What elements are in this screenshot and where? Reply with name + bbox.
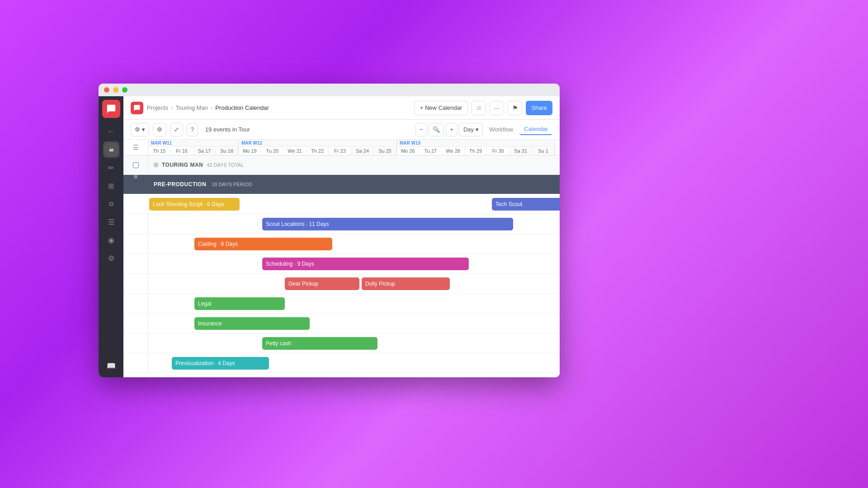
tab-workflow[interactable]: Workflow xyxy=(485,124,518,135)
filter-toolbar-btn[interactable]: ⚙ ▾ xyxy=(131,123,149,136)
calendar-header: ☰ MAR W11 Th 15 Fr 16 Sa 17 Su 18 xyxy=(123,140,560,155)
titlebar xyxy=(99,84,560,96)
day-tu20: Tu 20 xyxy=(261,147,284,155)
bar-legal[interactable]: Legal xyxy=(194,297,285,310)
breadcrumb-sep2: › xyxy=(211,104,212,111)
gantt-row-9: Previsualization · 4 Days xyxy=(123,353,560,373)
day-extra: M xyxy=(555,147,560,155)
expand-toolbar-btn[interactable]: ⤢ xyxy=(170,123,183,136)
help-toolbar-btn[interactable]: ? xyxy=(187,123,198,136)
new-calendar-button[interactable]: + New Calendar xyxy=(414,101,468,115)
day-tu27: Tu 27 xyxy=(420,147,442,155)
sliders-icon[interactable]: ⚙ xyxy=(103,250,119,266)
star-button[interactable]: ☆ xyxy=(472,101,486,115)
day-sa24: Sa 24 xyxy=(351,147,374,155)
bar-casting[interactable]: Casting · 6 Days xyxy=(194,238,332,250)
week-w13: MAR W13 Mo 26 Tu 27 We 28 Th 29 Fr 30 Sa… xyxy=(397,140,555,155)
gantt-label-9 xyxy=(123,353,148,373)
edit-icon[interactable]: ✏ xyxy=(103,160,119,176)
book-icon[interactable]: 📖 xyxy=(103,357,119,374)
stack-icon[interactable]: ⧉ xyxy=(103,196,119,212)
bar-petty-cash[interactable]: Petty cash xyxy=(262,337,377,350)
pre-production-header-row: PRE-PRODUCTION 18 DAYS PERIOD xyxy=(123,175,560,194)
breadcrumb-current: Production Calendar xyxy=(215,104,269,111)
day-sa31: Sa 31 xyxy=(509,147,532,155)
gantt-content-5: Gear Pickup Dolly Pickup xyxy=(148,274,560,293)
touring-man-group-row: TOURING MAN 42 DAYS TOTAL xyxy=(123,155,560,175)
touring-man-label: TOURING MAN xyxy=(162,162,203,168)
back-icon[interactable]: ← xyxy=(103,123,119,140)
gantt-content-9: Previsualization · 4 Days xyxy=(148,353,560,373)
gantt-row-6: Legal xyxy=(123,294,560,314)
bar-scout-locations[interactable]: Scout Locations · 11 Days xyxy=(262,218,513,230)
header-logo xyxy=(131,102,143,114)
day-sa17: Sa 17 xyxy=(193,147,216,155)
list-icon[interactable]: ☰ xyxy=(103,214,119,230)
bar-dolly-pickup[interactable]: Dolly Pickup xyxy=(362,277,450,290)
gantt-row-3: Casting · 6 Days xyxy=(123,234,560,254)
app-window: ← 🏔 ✏ ⊞ ⧉ ☰ ◉ ⚙ 📖 Projects › Touring xyxy=(99,84,560,377)
day-su1: Su 1 xyxy=(532,147,555,155)
filter-button[interactable]: ⚑ xyxy=(508,101,522,115)
gantt-row-8: Petty cash xyxy=(123,333,560,353)
tab-calendar[interactable]: Calendar xyxy=(519,124,552,135)
touring-man-content: TOURING MAN 42 DAYS TOTAL xyxy=(148,155,560,174)
maximize-button[interactable] xyxy=(122,87,127,93)
sidebar: ← 🏔 ✏ ⊞ ⧉ ☰ ◉ ⚙ 📖 xyxy=(99,96,123,377)
bar-scheduling[interactable]: Scheduling · 9 Days xyxy=(262,258,469,270)
pre-prod-badge: 18 DAYS PERIOD xyxy=(212,182,252,187)
header-spacer: ☰ xyxy=(123,140,148,155)
day-dropdown[interactable]: Day ▾ xyxy=(459,123,483,136)
day-mo19: Mo 19 xyxy=(239,147,261,155)
gantt-row-5: Gear Pickup Dolly Pickup xyxy=(123,274,560,294)
close-button[interactable] xyxy=(104,87,109,93)
group-label-cell xyxy=(123,155,148,174)
settings-toolbar-btn[interactable]: ⚙ xyxy=(153,123,166,136)
gantt-row-7: Insurance xyxy=(123,314,560,333)
events-count: 19 events in Tour xyxy=(205,126,250,133)
pre-prod-content: PRE-PRODUCTION 18 DAYS PERIOD xyxy=(148,175,560,194)
zoom-in-btn[interactable]: + xyxy=(446,123,458,136)
bar-lock-shooting-script[interactable]: Lock Shooting Script · 6 Days xyxy=(149,198,240,211)
layout-icon[interactable]: ⊞ xyxy=(103,178,119,194)
breadcrumb-project[interactable]: Touring Man xyxy=(175,104,208,111)
bar-previsualization[interactable]: Previsualization · 4 Days xyxy=(172,357,269,370)
gantt-label-8 xyxy=(123,333,148,353)
day-we21: We 21 xyxy=(284,147,307,155)
gantt-row-1: Lock Shooting Script · 6 Days Tech Scout xyxy=(123,194,560,214)
gantt-label-5 xyxy=(123,274,148,293)
gantt-label-2 xyxy=(123,214,148,234)
bar-insurance[interactable]: Insurance xyxy=(194,317,310,330)
gantt-content-3: Casting · 6 Days xyxy=(148,234,560,253)
gantt-content-8: Petty cash xyxy=(148,333,560,353)
day-fr30: Fr 30 xyxy=(487,147,509,155)
day-su18: Su 18 xyxy=(216,147,238,155)
gantt-content-1: Lock Shooting Script · 6 Days Tech Scout xyxy=(148,194,560,214)
globe-icon[interactable]: ◉ xyxy=(103,232,119,248)
day-fr16: Fr 16 xyxy=(171,147,193,155)
gantt-label-1 xyxy=(123,194,148,214)
week-w11: MAR W11 Th 15 Fr 16 Sa 17 Su 18 xyxy=(148,140,239,155)
touring-man-color xyxy=(154,163,158,167)
zoom-btn[interactable]: 🔍 xyxy=(429,123,444,136)
share-button[interactable]: Share xyxy=(526,101,552,115)
calendar-container[interactable]: ☰ MAR W11 Th 15 Fr 16 Sa 17 Su 18 xyxy=(123,140,560,377)
minimize-button[interactable] xyxy=(113,87,118,93)
app-logo[interactable] xyxy=(102,100,120,118)
gantt-content-2: Scout Locations · 11 Days xyxy=(148,214,560,234)
gantt-row-4: Scheduling · 9 Days xyxy=(123,254,560,274)
bar-gear-pickup[interactable]: Gear Pickup xyxy=(285,277,359,290)
gantt-label-6 xyxy=(123,294,148,313)
touring-man-checkbox[interactable] xyxy=(133,162,139,168)
pre-prod-color-dot xyxy=(134,175,137,178)
zoom-out-btn[interactable]: − xyxy=(415,123,427,136)
bar-tech-scout[interactable]: Tech Scout xyxy=(492,198,560,211)
toolbar: ⚙ ▾ ⚙ ⤢ ? 19 events in Tour − 🔍 + Day ▾ … xyxy=(123,120,560,140)
breadcrumb-projects[interactable]: Projects xyxy=(147,104,168,111)
pre-prod-label-cell xyxy=(123,175,148,194)
gantt-label-4 xyxy=(123,254,148,273)
more-button[interactable]: ··· xyxy=(490,101,504,115)
gantt-label-7 xyxy=(123,314,148,333)
header: Projects › Touring Man › Production Cale… xyxy=(123,96,560,120)
avatar-icon[interactable]: 🏔 xyxy=(103,141,119,158)
